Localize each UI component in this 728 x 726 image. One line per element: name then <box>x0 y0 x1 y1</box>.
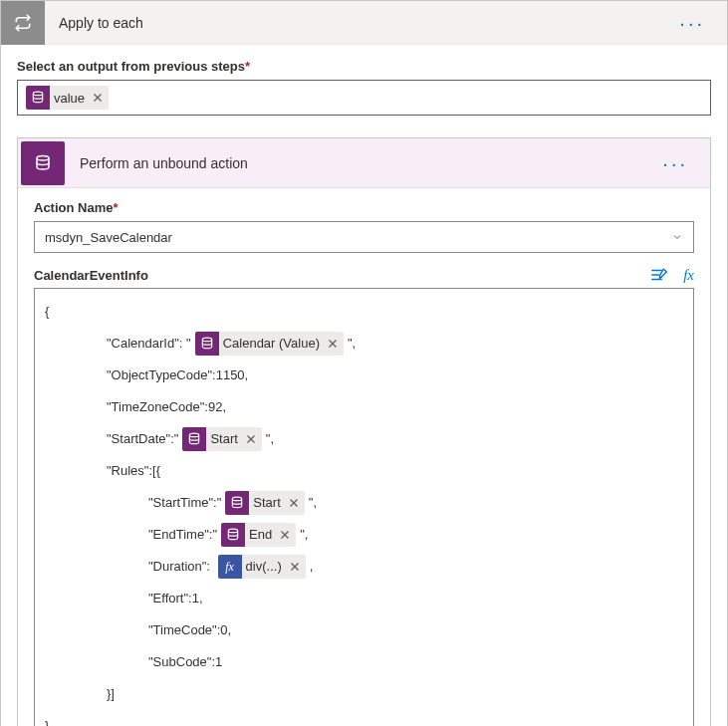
unbound-action-title: Perform an unbound action <box>68 155 658 171</box>
token-duration[interactable]: fx div(...) <box>218 555 306 579</box>
token-value[interactable]: value <box>26 86 109 110</box>
token-calendar[interactable]: Calendar (Value) <box>195 332 344 356</box>
chevron-down-icon <box>671 231 683 243</box>
token-startdate[interactable]: Start <box>182 427 261 451</box>
svg-point-16 <box>228 529 237 533</box>
apply-to-each-header[interactable]: Apply to each ··· <box>1 1 727 45</box>
apply-to-each-title: Apply to each <box>45 15 675 31</box>
dataverse-icon <box>182 427 206 451</box>
token-calendar-remove[interactable] <box>326 337 340 351</box>
loop-icon <box>1 1 45 45</box>
token-value-label: value <box>54 91 85 106</box>
token-value-remove[interactable] <box>91 91 105 105</box>
token-starttime[interactable]: Start <box>225 491 304 515</box>
action-name-value: msdyn_SaveCalendar <box>45 230 172 245</box>
dataverse-icon <box>225 491 249 515</box>
calendar-event-info-input[interactable]: { "CalendarId": " Calendar (Value) ", <box>34 288 694 726</box>
svg-point-13 <box>233 497 242 501</box>
dataverse-icon <box>195 332 219 356</box>
dataverse-icon <box>221 523 245 547</box>
dataverse-action-icon <box>21 141 65 185</box>
apply-to-each-card: Apply to each ··· Select an output from … <box>0 0 728 726</box>
unbound-action-card: Perform an unbound action ··· Action Nam… <box>17 137 711 726</box>
action-name-select[interactable]: msdyn_SaveCalendar <box>34 221 694 253</box>
fx-icon: fx <box>218 555 242 579</box>
svg-point-3 <box>37 155 49 160</box>
select-output-label: Select an output from previous steps* <box>17 59 711 74</box>
dynamic-content-icon[interactable] <box>649 267 667 284</box>
svg-point-7 <box>202 338 211 342</box>
expression-icon[interactable]: fx <box>683 267 694 284</box>
action-name-label: Action Name* <box>34 200 694 215</box>
token-endtime-remove[interactable] <box>278 528 292 542</box>
apply-to-each-menu-button[interactable]: ··· <box>675 9 709 37</box>
dataverse-icon <box>26 86 50 110</box>
svg-point-0 <box>33 92 42 96</box>
token-duration-remove[interactable] <box>288 560 302 574</box>
select-output-input[interactable]: value <box>17 80 711 116</box>
unbound-action-menu-button[interactable]: ··· <box>658 149 692 177</box>
svg-point-10 <box>190 433 199 437</box>
token-endtime[interactable]: End <box>221 523 296 547</box>
token-startdate-remove[interactable] <box>244 432 258 446</box>
token-starttime-remove[interactable] <box>287 496 301 510</box>
unbound-action-header[interactable]: Perform an unbound action ··· <box>18 138 710 188</box>
calendar-event-info-label: CalendarEventInfo <box>34 268 148 283</box>
apply-to-each-body: Select an output from previous steps* va… <box>1 45 727 726</box>
unbound-action-body: Action Name* msdyn_SaveCalendar Calendar… <box>18 188 710 726</box>
